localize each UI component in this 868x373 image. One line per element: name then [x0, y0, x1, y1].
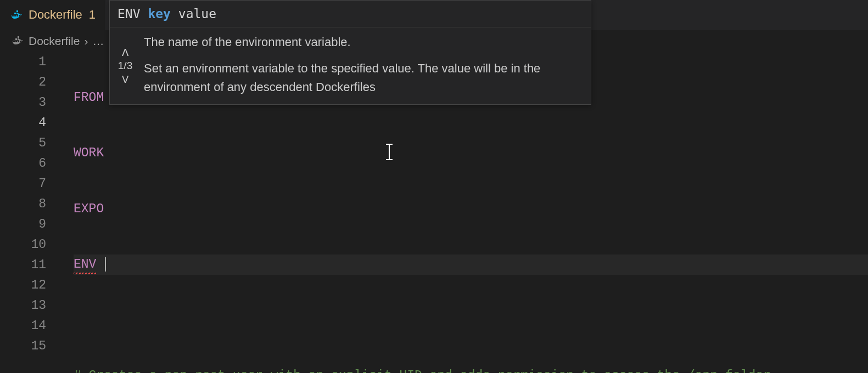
- line-number: 9: [0, 214, 46, 235]
- docker-icon: [10, 9, 23, 22]
- editor-root: Dockerfile 1 Dockerfile › … 1 2 3 4 5 6 …: [0, 0, 868, 373]
- line-number: 5: [0, 133, 46, 154]
- docker-icon: [11, 35, 24, 48]
- sig-prefix: ENV: [117, 7, 141, 21]
- line-number: 15: [0, 336, 46, 357]
- line-number: 2: [0, 72, 46, 93]
- param-doc: The name of the environment variable.: [144, 33, 583, 52]
- keyword: WORK: [74, 144, 104, 162]
- signature-line: ENV key value: [110, 1, 591, 27]
- breadcrumb-file: Dockerfile: [29, 33, 80, 49]
- chevron-right-icon: ›: [84, 33, 88, 49]
- line-number: 13: [0, 296, 46, 316]
- tab-dirty-indicator: 1: [89, 7, 96, 24]
- line-number: 11: [0, 255, 46, 275]
- chevron-up-icon[interactable]: ᐱ: [110, 48, 141, 58]
- sig-active-param: key: [148, 7, 171, 21]
- code-line-current[interactable]: ENV: [74, 255, 868, 275]
- code-line[interactable]: EXPO: [74, 199, 868, 219]
- line-number: 3: [0, 93, 46, 113]
- breadcrumb-more[interactable]: …: [92, 33, 105, 49]
- signature-description: The name of the environment variable. Se…: [141, 27, 591, 104]
- keyword: FROM: [74, 89, 104, 106]
- code-line[interactable]: WORK: [74, 143, 868, 163]
- code-line[interactable]: [74, 310, 868, 330]
- line-number: 8: [0, 194, 46, 214]
- code-line[interactable]: # Creates a non-root user with an explic…: [74, 365, 868, 373]
- text-cursor: [105, 257, 106, 272]
- tab-label: Dockerfile: [29, 7, 82, 24]
- line-number: 1: [0, 52, 46, 72]
- keyword: EXPO: [74, 200, 104, 218]
- signature-body: ᐱ 1/3 ᐯ The name of the environment vari…: [110, 27, 591, 104]
- line-number: 6: [0, 154, 46, 174]
- line-number: 7: [0, 174, 46, 194]
- line-number: 12: [0, 275, 46, 296]
- keyword-error: ENV: [74, 256, 96, 273]
- comment: # Creates a non-root user with an explic…: [74, 367, 771, 373]
- signature-count: 1/3: [118, 59, 132, 74]
- sig-rest: value: [178, 7, 216, 21]
- signature-doc: Set an environment variable to the speci…: [144, 59, 583, 97]
- line-number: 10: [0, 235, 46, 255]
- line-number-gutter: 1 2 3 4 5 6 7 8 9 10 11 12 13 14 15: [0, 52, 63, 373]
- signature-nav: ᐱ 1/3 ᐯ: [110, 27, 141, 104]
- line-number: 4: [0, 113, 46, 133]
- signature-help-popup: ENV key value ᐱ 1/3 ᐯ The name of the en…: [109, 0, 591, 105]
- line-number: 14: [0, 316, 46, 336]
- chevron-down-icon[interactable]: ᐯ: [110, 75, 141, 84]
- tab-dockerfile[interactable]: Dockerfile 1: [0, 0, 106, 30]
